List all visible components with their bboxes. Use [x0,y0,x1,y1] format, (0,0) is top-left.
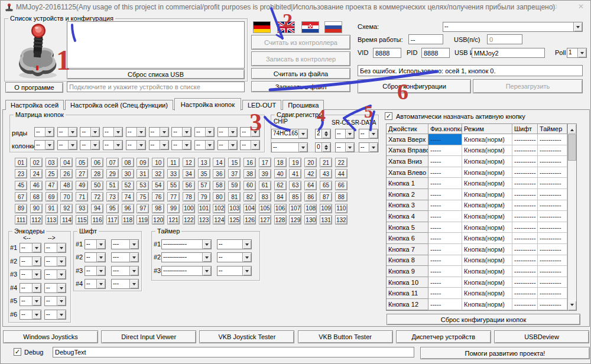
timer-3-combo-b[interactable]: -- [217,266,252,276]
mode-cell[interactable]: Кнопка(норм) [462,244,512,255]
shift-2-combo-b[interactable]: --- [111,252,139,262]
flag-russia[interactable] [324,21,342,33]
shift-cell[interactable]: ---------- [512,145,538,157]
grid-button-03[interactable]: 03 [46,158,58,167]
encoder-2-right-combo[interactable]: -- [44,256,66,266]
chevron-down-icon[interactable] [90,128,99,136]
matrix-col-combo-5[interactable]: -- [126,140,146,150]
phys-button-cell[interactable]: ----- [428,134,462,145]
timer-cell[interactable]: ---------- [538,167,567,178]
grid-button-22[interactable]: 22 [335,158,348,167]
grid-button-111[interactable]: 111 [15,215,27,225]
grid-button-53[interactable]: 53 [137,181,149,190]
grid-button-132[interactable]: 132 [335,215,348,225]
chevron-down-icon[interactable] [202,240,211,249]
row-name-cell[interactable]: Кнопка 9 [387,266,428,277]
matrix-col-combo-2[interactable]: -- [57,140,77,150]
row-name-cell[interactable]: Кнопка 1 [387,178,428,189]
row-name-cell[interactable]: Кнопка 12 [387,299,428,310]
chevron-down-icon[interactable] [57,310,66,319]
shift-cell[interactable]: ---------- [512,200,538,212]
timer-cell[interactable]: ---------- [538,266,567,277]
row-name-cell[interactable]: Кнопка 10 [387,277,428,288]
shift-1-combo-a[interactable]: -- [85,239,106,249]
grid-button-128[interactable]: 128 [274,215,287,225]
mode-cell[interactable]: Кнопка(норм) [462,222,512,233]
row-name-cell[interactable]: Кнопка 4 [387,211,428,222]
grid-button-23[interactable]: 23 [15,169,27,178]
matrix-col-combo-1[interactable]: -- [34,140,54,150]
chevron-down-icon[interactable] [68,128,77,136]
debug-text-field[interactable]: DebugText [53,347,414,358]
grid-button-94[interactable]: 94 [91,204,103,213]
sr-data-combo-1[interactable]: -- [359,129,378,139]
grid-button-63[interactable]: 63 [289,181,301,190]
grid-button-119[interactable]: 119 [137,215,149,225]
grid-button-127[interactable]: 127 [259,215,271,225]
spinner-arrows[interactable] [322,143,330,152]
grid-button-124[interactable]: 124 [213,215,225,225]
matrix-row-combo-5[interactable]: -- [126,127,146,137]
grid-button-67[interactable]: 67 [15,192,27,202]
shift-3-combo-a[interactable]: -- [85,266,106,276]
matrix-col-combo-10[interactable]: -- [240,140,260,150]
column-header-5[interactable]: Таймер [538,124,567,134]
chevron-down-icon[interactable] [57,243,66,252]
chevron-down-icon[interactable] [129,253,138,262]
grid-button-31[interactable]: 31 [137,169,149,178]
grid-button-27[interactable]: 27 [76,169,88,178]
phys-button-cell[interactable]: ----- [428,222,462,233]
grid-button-116[interactable]: 116 [91,215,103,225]
grid-button-79[interactable]: 79 [198,192,210,202]
grid-button-96[interactable]: 96 [122,204,134,213]
chevron-down-icon[interactable] [577,48,586,57]
chevron-down-icon[interactable] [32,270,41,279]
matrix-row-combo-9[interactable]: -- [217,127,238,137]
grid-button-43[interactable]: 43 [320,169,332,178]
table-scrollbar[interactable] [567,124,576,310]
grid-button-47[interactable]: 47 [46,181,58,190]
grid-button-78[interactable]: 78 [183,192,195,202]
grid-button-25[interactable]: 25 [46,169,58,178]
chevron-down-icon[interactable] [298,143,307,152]
shift-cell[interactable]: ---------- [512,299,538,310]
grid-button-68[interactable]: 68 [30,192,43,202]
row-name-cell[interactable]: Кнопка 6 [387,233,428,244]
grid-button-121[interactable]: 121 [167,215,180,225]
grid-button-40[interactable]: 40 [274,169,287,178]
tab-1[interactable]: Настройка осей [5,100,64,110]
matrix-row-combo-7[interactable]: -- [171,127,191,137]
timer-cell[interactable]: ---------- [538,255,567,266]
grid-button-87[interactable]: 87 [320,192,332,202]
reset-usb-list-button[interactable]: Сброс списка USB [67,69,245,79]
tool-button-2[interactable]: Direct Input Viewer [101,330,196,343]
grid-button-49[interactable]: 49 [76,181,88,190]
reset-buttons-config-button[interactable]: Сброс конфигурации кнопок [387,314,580,325]
timer-3-combo-a[interactable]: ------------ [161,266,212,276]
spinner-arrows[interactable] [322,129,330,138]
chevron-down-icon[interactable] [57,270,66,279]
grid-button-29[interactable]: 29 [106,169,119,178]
chevron-down-icon[interactable] [369,143,378,152]
chevron-down-icon[interactable] [96,253,105,262]
usb-rate-field[interactable]: 0 [487,34,522,44]
shift-cell[interactable]: ---------- [512,178,538,189]
tool-button-5[interactable]: Диспетчер устройств [396,330,491,343]
mode-cell[interactable]: Кнопка(норм) [462,299,512,310]
uptime-field[interactable]: -- [408,34,443,44]
tab-4[interactable]: LED-OUT [242,100,281,110]
grid-button-101[interactable]: 101 [198,204,210,213]
grid-button-05[interactable]: 05 [76,158,88,167]
chevron-down-icon[interactable] [32,297,41,306]
timer-cell[interactable]: ---------- [538,288,567,299]
matrix-row-combo-6[interactable]: -- [149,127,169,137]
grid-button-112[interactable]: 112 [30,215,43,225]
grid-button-37[interactable]: 37 [228,169,241,178]
sr-count-spinner-2[interactable]: 0 [315,142,331,152]
chevron-down-icon[interactable] [129,266,138,275]
grid-button-12[interactable]: 12 [183,158,195,167]
timer-cell[interactable]: ---------- [538,233,567,244]
phys-button-cell[interactable]: ----- [428,255,462,266]
timer-cell[interactable]: ---------- [538,134,567,145]
grid-button-73[interactable]: 73 [106,192,119,202]
